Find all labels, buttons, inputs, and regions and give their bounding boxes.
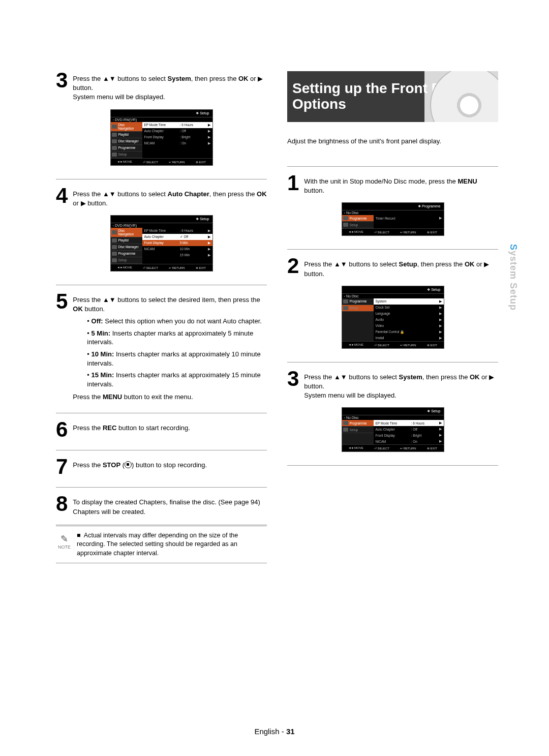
side-tab: System Setup bbox=[508, 244, 518, 311]
menu-footer: ◄►MOVE⏎ SELECT↩ RETURN⊗ EXIT bbox=[111, 264, 212, 271]
menu-side-item: Programme bbox=[111, 251, 142, 257]
divider bbox=[56, 179, 267, 179]
step-text: Press the ▲▼ buttons to select Setup, th… bbox=[304, 257, 498, 278]
osd-menu-autochapter: ❖ Setup ◦ DVD-RW(VR) Disc NavigationPlay… bbox=[56, 212, 267, 278]
step-text: Press the STOP () button to stop recordi… bbox=[73, 458, 207, 476]
right-step-1: 1 With the unit in Stop mode/No Disc mod… bbox=[287, 174, 498, 195]
menu-side-item: Disc Manager bbox=[111, 138, 142, 145]
osd-menu: ❖ Setup ◦ No Disc ProgrammeSetup System▶… bbox=[342, 286, 444, 349]
step-number: 6 bbox=[56, 420, 68, 439]
menu-disc-label: ◦ No Disc bbox=[342, 210, 444, 215]
step-8: 8 To display the created Chapters, final… bbox=[56, 495, 267, 516]
menu-side-item: Setup bbox=[342, 222, 374, 228]
menu-row: 15 Min▶ bbox=[142, 252, 212, 258]
menu-row: Front Display: Bright▶ bbox=[142, 134, 212, 140]
menu-row: EP Mode Time: 6 Hours▶ bbox=[142, 228, 212, 234]
menu-footer-item: ↩ RETURN bbox=[400, 343, 416, 347]
menu-side-item: Playlist bbox=[111, 237, 142, 244]
step-text: To display the created Chapters, finalis… bbox=[73, 495, 260, 516]
menu-icon bbox=[112, 139, 117, 143]
options-list: Off: Select this option when you do not … bbox=[87, 317, 267, 388]
menu-header: ❖ Setup bbox=[111, 110, 212, 117]
divider bbox=[56, 487, 267, 488]
menu-footer-item: ⏎ SELECT bbox=[143, 266, 158, 269]
menu-row: Install▶ bbox=[374, 335, 444, 341]
osd-menu-setup: ❖ Setup ◦ No Disc ProgrammeSetup System▶… bbox=[287, 283, 498, 355]
menu-header: ❖ Setup bbox=[342, 286, 444, 294]
option-item: 5 Min: Inserts chapter marks at approxim… bbox=[87, 329, 267, 347]
menu-icon bbox=[343, 223, 348, 227]
menu-footer: ◄►MOVE⏎ SELECT↩ RETURN⊗ EXIT bbox=[342, 228, 444, 235]
menu-footer-item: ⊗ EXIT bbox=[196, 160, 206, 164]
menu-header: ❖ Programme bbox=[342, 203, 444, 210]
step-text: Press the ▲▼ buttons to select the desir… bbox=[73, 292, 267, 402]
menu-header: ❖ Setup bbox=[342, 408, 444, 415]
menu-footer-item: ⊗ EXIT bbox=[196, 266, 206, 269]
divider bbox=[287, 166, 498, 167]
step-text: With the unit in Stop mode/No Disc mode,… bbox=[304, 174, 498, 195]
step-number: 1 bbox=[287, 174, 299, 195]
menu-row: NICAM: On▶ bbox=[142, 140, 212, 146]
menu-footer-item: ◄►MOVE bbox=[348, 230, 363, 234]
step-text: Press the ▲▼ buttons to select System, t… bbox=[73, 71, 267, 102]
menu-side-item: Playlist bbox=[111, 132, 142, 138]
menu-icon bbox=[112, 258, 117, 262]
right-column: Setting up the Front Display Options Adj… bbox=[287, 71, 498, 563]
menu-icon bbox=[112, 245, 117, 249]
step-text: Press the ▲▼ buttons to select Auto Chap… bbox=[73, 187, 267, 208]
step-number: 5 bbox=[56, 292, 68, 402]
step-number: 2 bbox=[287, 257, 299, 278]
menu-side-item: Disc Manager bbox=[111, 244, 142, 251]
menu-icon bbox=[343, 428, 348, 432]
menu-side-item: Programme bbox=[342, 420, 374, 427]
menu-side-item: Programme bbox=[342, 215, 374, 222]
page-footer: English - 31 bbox=[0, 727, 549, 736]
step-text: Press the REC button to start recording. bbox=[73, 420, 190, 439]
menu-main: EP Mode Time: 6 Hours▶Auto Chapter: Off▶… bbox=[374, 420, 444, 444]
step-number: 3 bbox=[287, 370, 299, 401]
menu-icon bbox=[112, 133, 117, 137]
menu-footer-item: ↩ RETURN bbox=[400, 446, 416, 450]
step-number: 8 bbox=[56, 495, 68, 516]
menu-row: Clock Set▶ bbox=[374, 305, 444, 311]
menu-icon bbox=[343, 216, 348, 220]
menu-side-item: Setup bbox=[111, 152, 142, 158]
menu-footer-item: ⏎ SELECT bbox=[374, 343, 389, 347]
right-step-3: 3 Press the ▲▼ buttons to select System,… bbox=[287, 370, 498, 401]
menu-footer-item: ↩ RETURN bbox=[400, 230, 416, 234]
divider bbox=[287, 362, 498, 362]
menu-row: Video▶ bbox=[374, 323, 444, 329]
menu-row: EP Mode Time: 6 Hours▶ bbox=[142, 122, 212, 128]
menu-disc-label: ◦ No Disc bbox=[342, 415, 444, 420]
osd-menu: ❖ Programme ◦ No Disc ProgrammeSetup Tim… bbox=[342, 202, 444, 236]
menu-main: Timer Record▶ bbox=[374, 215, 444, 228]
stop-icon bbox=[125, 461, 132, 468]
menu-footer-item: ⊗ EXIT bbox=[427, 446, 437, 450]
menu-row: Front Display5 Min▶ bbox=[142, 240, 212, 246]
menu-footer-item: ⏎ SELECT bbox=[374, 230, 389, 234]
step-5: 5 Press the ▲▼ buttons to select the des… bbox=[56, 292, 267, 402]
menu-side-item: Setup bbox=[342, 305, 374, 312]
note-text: ■ Actual intervals may differ depending … bbox=[77, 531, 265, 558]
menu-icon bbox=[112, 230, 117, 234]
menu-main: EP Mode Time: 6 Hours▶Auto Chapter: Off▶… bbox=[142, 122, 212, 158]
menu-row: Auto Chapter✓ Off▶ bbox=[142, 234, 212, 240]
menu-side-item: Programme bbox=[111, 145, 142, 152]
right-step-2: 2 Press the ▲▼ buttons to select Setup, … bbox=[287, 257, 498, 278]
menu-footer-item: ◄►MOVE bbox=[348, 343, 363, 347]
option-item: 10 Min: Inserts chapter marks at approxi… bbox=[87, 350, 267, 368]
menu-footer: ◄►MOVE⏎ SELECT↩ RETURN⊗ EXIT bbox=[342, 341, 444, 348]
menu-sidebar: ProgrammeSetup bbox=[342, 420, 374, 444]
osd-menu: ❖ Setup ◦ DVD-RW(VR) Disc NavigationPlay… bbox=[110, 215, 213, 271]
menu-sidebar: ProgrammeSetup bbox=[342, 298, 374, 341]
menu-row: Auto Chapter: Off▶ bbox=[142, 128, 212, 134]
menu-row: EP Mode Time: 6 Hours▶ bbox=[374, 420, 444, 426]
note-box: ✎ NOTE ■ Actual intervals may differ dep… bbox=[56, 525, 267, 564]
section-banner: Setting up the Front Display Options bbox=[287, 71, 498, 122]
menu-main: System▶Clock Set▶Language▶Audio▶Video▶Pa… bbox=[374, 298, 444, 341]
osd-menu-system: ❖ Setup ◦ DVD-RW(VR) Disc NavigationPlay… bbox=[56, 106, 267, 172]
menu-footer-item: ◄►MOVE bbox=[117, 160, 132, 164]
menu-disc-label: ◦ DVD-RW(VR) bbox=[111, 117, 212, 122]
menu-footer-item: ⏎ SELECT bbox=[143, 160, 158, 164]
menu-row: Auto Chapter: Off▶ bbox=[374, 426, 444, 432]
